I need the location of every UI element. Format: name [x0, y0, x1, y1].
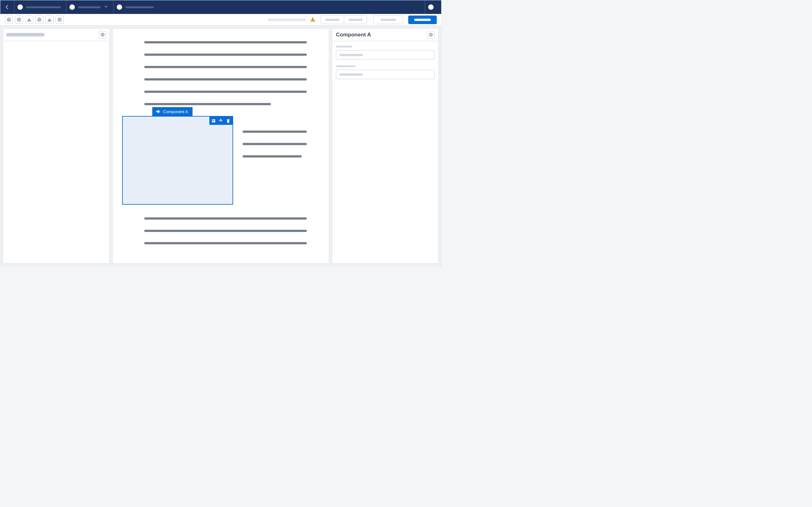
toolbar-button-1[interactable]: [5, 15, 13, 24]
toolbar-button-4[interactable]: [35, 15, 44, 24]
property-2-input[interactable]: [336, 70, 435, 79]
device-preview-switch: [321, 15, 367, 24]
text-block-wrap: [243, 130, 307, 168]
component-label-text: Component A: [163, 109, 188, 114]
app-name-placeholder: [26, 6, 61, 8]
component-move-icon[interactable]: [218, 118, 223, 123]
context-app[interactable]: [14, 0, 66, 14]
page-icon: [69, 4, 75, 10]
megaphone-icon: [155, 109, 160, 114]
app-icon: [17, 4, 23, 10]
secondary-action-button[interactable]: [373, 15, 403, 24]
warning-icon: [310, 17, 316, 22]
component-label-tag: Component A: [152, 107, 193, 116]
inspector-title: Component A: [336, 32, 371, 38]
property-1-input[interactable]: [336, 50, 435, 60]
property-1-label: [336, 46, 352, 48]
inspector-header: Component A: [332, 29, 438, 41]
text-block-top: [144, 41, 307, 105]
toolbar-button-6[interactable]: [55, 15, 64, 24]
device-tablet[interactable]: [344, 16, 367, 24]
components-panel-action[interactable]: [99, 31, 106, 39]
builder-toolbar: [0, 14, 441, 26]
record-name-placeholder: [125, 6, 154, 8]
page-name-placeholder: [78, 6, 101, 8]
context-page-dropdown[interactable]: [66, 0, 113, 14]
app-builder: Component A: [0, 0, 442, 267]
save-status-text: [268, 19, 306, 21]
device-desktop[interactable]: [321, 16, 344, 24]
toolbar-button-3[interactable]: [25, 15, 33, 24]
toolbar-button-2[interactable]: [15, 15, 23, 24]
toolbar-button-5[interactable]: [45, 15, 54, 24]
svg-rect-0: [312, 19, 313, 20]
text-block-bottom: [144, 217, 307, 244]
selected-component-region: Component A: [122, 116, 307, 205]
canvas[interactable]: Component A: [112, 28, 329, 264]
selected-component[interactable]: [122, 116, 233, 205]
component-action-bar: [209, 117, 233, 125]
property-2-label: [336, 65, 356, 67]
components-panel: [3, 28, 110, 264]
component-properties-icon[interactable]: [211, 118, 216, 123]
context-record[interactable]: [113, 0, 159, 14]
record-icon: [117, 4, 122, 10]
global-header: [0, 0, 441, 14]
back-button[interactable]: [0, 0, 14, 14]
inspector-header-action[interactable]: [427, 31, 435, 39]
chevron-down-icon: [104, 4, 108, 10]
components-panel-title: [6, 33, 44, 37]
builder-body: Component A: [0, 26, 441, 266]
component-delete-icon[interactable]: [226, 118, 231, 123]
inspector-panel: Component A: [332, 28, 439, 264]
help-menu[interactable]: [425, 0, 441, 14]
components-panel-header: [3, 29, 109, 41]
help-icon: [428, 4, 434, 10]
svg-rect-1: [312, 20, 313, 21]
primary-action-button[interactable]: [408, 15, 437, 24]
inspector-body: [332, 41, 438, 89]
